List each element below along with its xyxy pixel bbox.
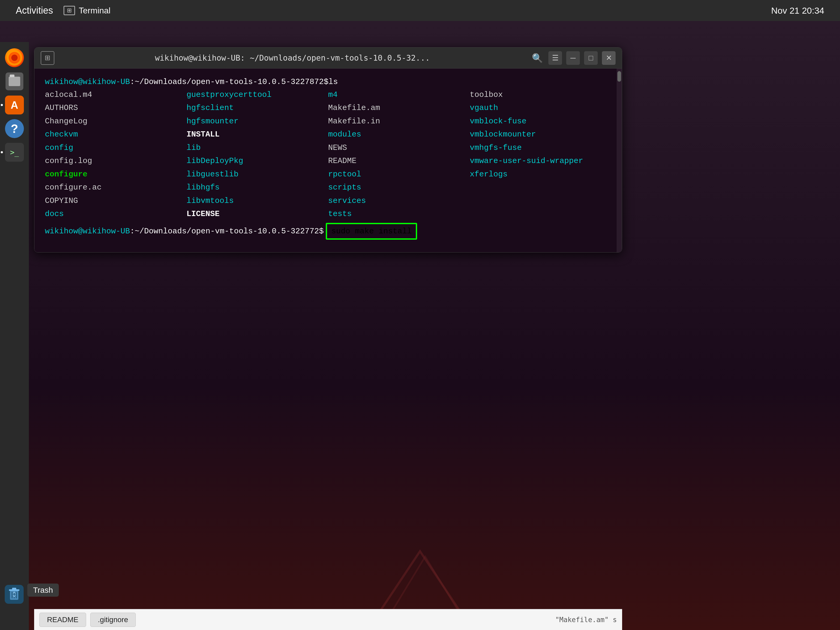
close-button[interactable]: ✕	[602, 51, 616, 65]
file-item: vmhgfs-fuse	[470, 141, 612, 155]
file-item: checkvm	[45, 128, 186, 141]
terminal-content[interactable]: wikihow@wikihow-UB:~/Downloads/open-vm-t…	[35, 68, 622, 252]
topbar: Activities ⊞ Terminal Nov 21 20:34	[0, 0, 840, 21]
dock-item-appstore[interactable]: A	[4, 95, 25, 115]
file-item: README	[328, 154, 470, 168]
file-item: aclocal.m4	[45, 88, 186, 102]
file-item: guestproxycerttool	[186, 88, 328, 102]
file-item: AUTHORS	[45, 101, 186, 115]
prompt-user-host: wikihow@wikihow-UB	[45, 76, 130, 88]
file-tab-readme[interactable]: README	[39, 613, 86, 627]
titlebar: ⊞ wikihow@wikihow-UB: ~/Downloads/open-v…	[35, 47, 622, 68]
file-item: scripts	[328, 181, 470, 194]
dock-item-files[interactable]	[4, 71, 25, 92]
files-icon	[6, 73, 24, 90]
file-item: hgfsclient	[186, 101, 328, 115]
highlighted-command: sudo make install	[326, 223, 417, 240]
file-item: hgfsmounter	[186, 115, 328, 128]
scrollbar-thumb[interactable]	[617, 71, 621, 82]
dock: A ? >_ Trash	[0, 42, 29, 630]
prompt2-path: :~/Downloads/open-vm-tools-10.0.5-3227	[130, 225, 309, 238]
file-item	[470, 181, 612, 194]
prompt-separator: :~/Downloads/open-vm-tools-10.0.5-322787…	[130, 76, 324, 88]
topbar-terminal-icon: ⊞	[63, 6, 75, 15]
file-item: config	[45, 141, 186, 155]
topbar-terminal-app[interactable]: ⊞ Terminal	[63, 6, 111, 16]
prompt-line-2: wikihow@wikihow-UB:~/Downloads/open-vm-t…	[45, 223, 611, 240]
scrollbar[interactable]	[617, 68, 622, 253]
file-item: m4	[328, 88, 470, 102]
prompt-cmd: ls	[328, 76, 338, 88]
file-item: vgauth	[470, 101, 612, 115]
appstore-icon: A	[5, 96, 24, 114]
terminal-dock-icon: >_	[5, 143, 24, 162]
file-item: libhgfs	[186, 181, 328, 194]
dock-item-help[interactable]: ?	[4, 118, 25, 139]
trash-area: Trash	[4, 585, 25, 604]
svg-rect-5	[12, 588, 16, 590]
file-item: configure.ac	[45, 181, 186, 194]
prompt-dollar: $	[324, 76, 328, 88]
dock-item-firefox[interactable]	[4, 47, 25, 68]
file-item	[470, 207, 612, 221]
file-item: NEWS	[328, 141, 470, 155]
file-item: COPYING	[45, 194, 186, 208]
file-item: Makefile.am	[328, 101, 470, 115]
trash-svg	[8, 587, 21, 602]
prompt2-dollar: 72	[309, 225, 319, 238]
prompt-line-1: wikihow@wikihow-UB:~/Downloads/open-vm-t…	[45, 76, 611, 88]
activities-button[interactable]: Activities	[16, 5, 53, 16]
file-item: vmware-user-suid-wrapper	[470, 154, 612, 168]
help-icon: ?	[5, 119, 24, 138]
file-item: vmblock-fuse	[470, 115, 612, 128]
file-item: libguestlib	[186, 168, 328, 181]
search-button[interactable]: 🔍	[531, 51, 544, 65]
file-item: libvmtools	[186, 194, 328, 208]
file-item: Makefile.in	[328, 115, 470, 128]
files-folder-shape	[9, 77, 20, 86]
terminal-window: ⊞ wikihow@wikihow-UB: ~/Downloads/open-v…	[34, 47, 622, 253]
pin-icon[interactable]: ⊞	[41, 51, 54, 65]
file-item: config.log	[45, 154, 186, 168]
status-text: "Makefile.am" s	[555, 616, 617, 624]
file-listing: aclocal.m4 guestproxycerttool m4 toolbox…	[45, 88, 611, 221]
file-item: tests	[328, 207, 470, 221]
maximize-button[interactable]: □	[584, 51, 598, 65]
minimize-button[interactable]: ─	[566, 51, 580, 65]
trash-icon[interactable]	[5, 585, 24, 604]
prompt2-user-host: wikihow@wikihow-UB	[45, 225, 130, 238]
menu-button[interactable]: ☰	[548, 51, 562, 65]
file-item	[470, 194, 612, 208]
titlebar-title: wikihow@wikihow-UB: ~/Downloads/open-vm-…	[60, 53, 525, 63]
topbar-terminal-label: Terminal	[79, 6, 111, 16]
dock-item-terminal[interactable]: >_	[4, 142, 25, 163]
file-item: vmblockmounter	[470, 128, 612, 141]
file-item: LICENSE	[186, 207, 328, 221]
file-tab-gitignore[interactable]: .gitignore	[90, 613, 136, 627]
file-item: toolbox	[470, 88, 612, 102]
desktop: A ? >_ Trash	[0, 21, 840, 630]
file-item: INSTALL	[186, 128, 328, 141]
file-item: lib	[186, 141, 328, 155]
firefox-icon	[5, 48, 24, 67]
svg-point-2	[11, 55, 17, 61]
file-item: rpctool	[328, 168, 470, 181]
file-item: libDeployPkg	[186, 154, 328, 168]
bottom-bar: README .gitignore "Makefile.am" s	[34, 609, 622, 630]
trash-label: Trash	[27, 584, 59, 597]
file-item: docs	[45, 207, 186, 221]
file-item: ChangeLog	[45, 115, 186, 128]
file-item: configure	[45, 168, 186, 181]
file-item: xferlogs	[470, 168, 612, 181]
topbar-datetime: Nov 21 20:34	[771, 6, 824, 16]
file-item: services	[328, 194, 470, 208]
file-item: modules	[328, 128, 470, 141]
prompt2-dollar-sign: $	[319, 225, 324, 238]
titlebar-buttons: 🔍 ☰ ─ □ ✕	[531, 51, 616, 65]
